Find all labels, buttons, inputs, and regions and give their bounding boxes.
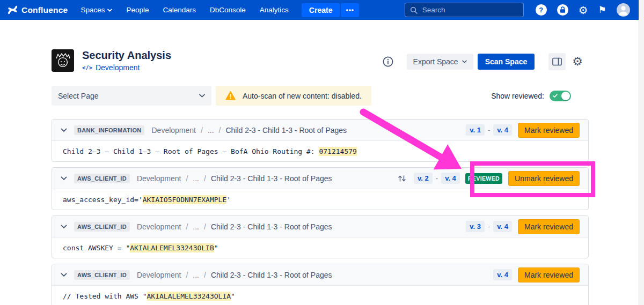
nav-item-analytics[interactable]: Analytics bbox=[260, 6, 289, 14]
nav-search[interactable] bbox=[405, 3, 524, 17]
top-nav: Confluence Spaces People Calendars DbCon… bbox=[0, 0, 644, 20]
version-to-link[interactable]: v. 4 bbox=[493, 124, 512, 136]
version-link[interactable]: v. 4 bbox=[493, 269, 512, 280]
finding-header: AWS_CLIENT_ID Development / ... / Child … bbox=[52, 264, 588, 285]
finding-card: AWS_CLIENT_ID Development / ... / Child … bbox=[52, 167, 589, 210]
nav-more-button[interactable]: ••• bbox=[341, 3, 359, 17]
space-avatar bbox=[52, 49, 74, 72]
breadcrumb: Development / ... / Child 2-3 - Child 1-… bbox=[151, 126, 347, 135]
finding-snippet: const AWSKEY = "AKIALALEMEL33243OLIB" bbox=[52, 237, 588, 258]
version-from-link[interactable]: v. 2 bbox=[414, 173, 433, 184]
space-tool-page: Security Analysis </> Development Export… bbox=[52, 49, 589, 305]
reviewed-status-badge: REVIEWED bbox=[465, 173, 502, 184]
select-page-dropdown[interactable]: Select Page bbox=[52, 86, 211, 106]
breadcrumb-space-link[interactable]: Development bbox=[137, 271, 181, 279]
version-from-link[interactable]: v. 3 bbox=[466, 221, 485, 232]
compare-versions-icon[interactable] bbox=[398, 175, 406, 182]
scan-space-button[interactable]: Scan Space bbox=[478, 54, 535, 70]
secret-highlight: AKIALALEMEL33243OLIB bbox=[130, 243, 214, 252]
unmark-reviewed-button[interactable]: Unmark reviewed bbox=[508, 171, 580, 186]
secret-highlight: AKIALALEMEL33243OLIA bbox=[147, 292, 231, 301]
warning-icon bbox=[225, 91, 236, 100]
nav-item-dbconsole[interactable]: DbConsole bbox=[210, 6, 246, 14]
space-link[interactable]: </> Development bbox=[82, 63, 171, 72]
breadcrumb-ellipsis[interactable]: ... bbox=[193, 174, 199, 183]
finding-type-badge: AWS_CLIENT_ID bbox=[74, 222, 130, 232]
create-button[interactable]: Create bbox=[302, 3, 340, 17]
search-input[interactable] bbox=[421, 5, 518, 14]
warning-text: Auto-scan of new content: disabled. bbox=[243, 92, 362, 100]
breadcrumb-page-link[interactable]: Child 2-3 - Child 1-3 - Root of Pages bbox=[225, 126, 347, 135]
chevron-down-icon bbox=[107, 9, 112, 12]
chevron-down-icon[interactable] bbox=[61, 128, 67, 132]
help-icon[interactable]: ? bbox=[536, 4, 547, 16]
secret-highlight: 071214579 bbox=[319, 147, 356, 156]
breadcrumb-page-link[interactable]: Child 2-3 - Child 1-3 - Root of Pages bbox=[211, 174, 332, 183]
chevron-down-icon bbox=[462, 60, 467, 63]
chevron-down-icon[interactable] bbox=[61, 176, 67, 181]
space-settings-gear-icon[interactable]: ⚙ bbox=[572, 56, 583, 68]
breadcrumb-ellipsis[interactable]: ... bbox=[193, 222, 199, 231]
breadcrumb: Development / ... / Child 2-3 - Child 1-… bbox=[137, 271, 332, 279]
finding-header: AWS_CLIENT_ID Development / ... / Child … bbox=[52, 216, 588, 237]
lock-icon[interactable] bbox=[557, 4, 568, 16]
nav-item-spaces[interactable]: Spaces bbox=[80, 6, 112, 14]
chevron-down-icon[interactable] bbox=[61, 273, 67, 277]
finding-snippet: aws_access_key_id='AKIAIO5FODNN7EXAMPLE' bbox=[52, 189, 588, 210]
nav-menu: Spaces People Calendars DbConsole Analyt… bbox=[80, 6, 288, 14]
show-reviewed-toggle[interactable] bbox=[550, 91, 571, 101]
show-reviewed-label: Show reviewed: bbox=[491, 92, 544, 100]
confluence-logo-icon bbox=[8, 5, 18, 15]
chevron-down-icon bbox=[199, 94, 205, 98]
mark-reviewed-button[interactable]: Mark reviewed bbox=[518, 267, 580, 282]
finding-snippet: // Tested with AWS "AKIALALEMEL33243OLIA… bbox=[52, 285, 588, 305]
info-icon[interactable] bbox=[382, 56, 394, 68]
version-to-link[interactable]: v. 4 bbox=[441, 173, 460, 184]
panel-toggle-button[interactable] bbox=[548, 53, 566, 70]
search-icon bbox=[410, 6, 418, 14]
breadcrumb-ellipsis[interactable]: ... bbox=[193, 271, 199, 279]
page-title: Security Analysis bbox=[82, 49, 171, 62]
mark-reviewed-button[interactable]: Mark reviewed bbox=[518, 123, 580, 138]
finding-snippet: Child 2–3 – Child 1–3 – Root of Pages – … bbox=[52, 140, 588, 161]
panel-icon bbox=[552, 57, 562, 66]
breadcrumb-page-link[interactable]: Child 2-3 - Child 1-3 - Root of Pages bbox=[211, 271, 332, 279]
show-reviewed-control: Show reviewed: bbox=[491, 91, 589, 101]
flag-icon[interactable]: ⚑ bbox=[598, 5, 606, 14]
finding-card: AWS_CLIENT_ID Development / ... / Child … bbox=[52, 264, 589, 305]
breadcrumb-page-link[interactable]: Child 2-3 - Child 1-3 - Root of Pages bbox=[211, 222, 332, 231]
nav-item-calendars[interactable]: Calendars bbox=[163, 6, 196, 14]
version-from-link[interactable]: v. 1 bbox=[466, 124, 485, 136]
finding-type-badge: BANK_INFORMATION bbox=[74, 125, 144, 135]
toggle-knob bbox=[561, 92, 570, 100]
breadcrumb-space-link[interactable]: Development bbox=[137, 222, 181, 231]
export-space-button[interactable]: Export Space bbox=[407, 54, 473, 70]
avatar[interactable] bbox=[617, 3, 630, 17]
chevron-down-icon[interactable] bbox=[61, 225, 67, 229]
nav-item-label: Spaces bbox=[80, 6, 105, 14]
scrollbar[interactable] bbox=[639, 0, 644, 305]
version-to-link[interactable]: v. 4 bbox=[493, 221, 512, 232]
findings-list: BANK_INFORMATION Development / ... / Chi… bbox=[52, 119, 589, 305]
nav-icons: ? ⚙ ⚑ bbox=[536, 3, 630, 17]
finding-type-badge: AWS_CLIENT_ID bbox=[74, 270, 130, 280]
breadcrumb: Development / ... / Child 2-3 - Child 1-… bbox=[137, 222, 332, 231]
secret-highlight: AKIAIO5FODNN7EXAMPLE bbox=[143, 195, 227, 204]
breadcrumb-ellipsis[interactable]: ... bbox=[208, 126, 214, 135]
finding-card: BANK_INFORMATION Development / ... / Chi… bbox=[52, 119, 589, 162]
breadcrumb: Development / ... / Child 2-3 - Child 1-… bbox=[137, 174, 332, 183]
gear-icon[interactable]: ⚙ bbox=[579, 5, 588, 16]
space-link-label: Development bbox=[96, 63, 140, 72]
filter-row: Select Page Auto-scan of new content: di… bbox=[52, 86, 589, 106]
confluence-home-link[interactable]: Confluence bbox=[8, 5, 68, 15]
check-icon bbox=[553, 94, 558, 98]
finding-header: AWS_CLIENT_ID Development / ... / Child … bbox=[52, 168, 588, 189]
finding-type-badge: AWS_CLIENT_ID bbox=[74, 174, 130, 183]
mark-reviewed-button[interactable]: Mark reviewed bbox=[518, 219, 580, 234]
breadcrumb-space-link[interactable]: Development bbox=[137, 174, 181, 183]
brand-name: Confluence bbox=[21, 5, 68, 15]
finding-header: BANK_INFORMATION Development / ... / Chi… bbox=[52, 120, 588, 140]
nav-item-people[interactable]: People bbox=[126, 6, 149, 14]
page-header: Security Analysis </> Development Export… bbox=[52, 49, 589, 72]
breadcrumb-space-link[interactable]: Development bbox=[151, 126, 196, 135]
